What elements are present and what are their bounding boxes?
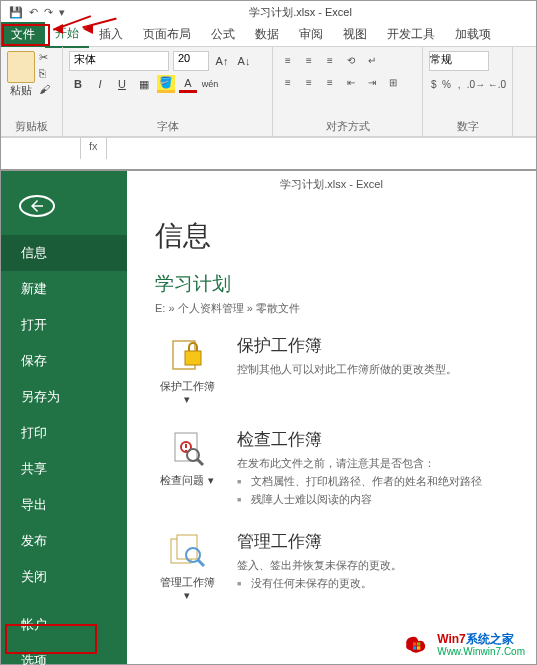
border-button[interactable]: ▦ — [135, 75, 153, 93]
watermark-title-2: 系统之家 — [466, 632, 514, 646]
manage-workbook-button[interactable]: 管理工作簿 ▾ — [155, 530, 219, 602]
group-label-font: 字体 — [69, 119, 266, 134]
name-box[interactable] — [1, 138, 81, 159]
tab-view[interactable]: 视图 — [333, 22, 377, 47]
wrap-text-icon[interactable]: ↵ — [363, 51, 381, 69]
sidebar-item-close[interactable]: 关闭 — [1, 559, 127, 595]
increase-decimal-icon[interactable]: .0→ — [467, 75, 485, 93]
align-top-icon[interactable]: ≡ — [279, 51, 297, 69]
paste-label: 粘贴 — [10, 83, 32, 98]
currency-icon[interactable]: $ — [429, 75, 439, 93]
back-button[interactable] — [19, 195, 55, 217]
ribbon: 粘贴 ✂ ⎘ 🖌 剪贴板 宋体 20 A↑ A↓ B — [1, 47, 536, 137]
section-protect: 保护工作簿 ▾ 保护工作簿 控制其他人可以对此工作簿所做的更改类型。 — [155, 334, 508, 406]
orientation-icon[interactable]: ⟲ — [342, 51, 360, 69]
tab-developer[interactable]: 开发工具 — [377, 22, 445, 47]
title-bar: 💾 ↶ ↷ ▾ 学习计划.xlsx - Excel — [1, 1, 536, 23]
page-title: 信息 — [155, 217, 508, 255]
sidebar-item-info[interactable]: 信息 — [1, 235, 127, 271]
manage-action-label: 管理工作簿 ▾ — [155, 576, 219, 602]
copy-icon[interactable]: ⎘ — [39, 67, 57, 81]
align-bottom-icon[interactable]: ≡ — [321, 51, 339, 69]
tab-page-layout[interactable]: 页面布局 — [133, 22, 201, 47]
sidebar-item-new[interactable]: 新建 — [1, 271, 127, 307]
sidebar-item-export[interactable]: 导出 — [1, 487, 127, 523]
italic-button[interactable]: I — [91, 75, 109, 93]
merge-cells-icon[interactable]: ⊞ — [384, 73, 402, 91]
phonetic-button[interactable]: wén — [201, 75, 219, 93]
inspect-item: 残障人士难以阅读的内容 — [237, 491, 508, 509]
indent-decrease-icon[interactable]: ⇤ — [342, 73, 360, 91]
tab-file[interactable]: 文件 — [1, 22, 45, 47]
align-center-icon[interactable]: ≡ — [300, 73, 318, 91]
align-middle-icon[interactable]: ≡ — [300, 51, 318, 69]
align-left-icon[interactable]: ≡ — [279, 73, 297, 91]
excel-main-window: 💾 ↶ ↷ ▾ 学习计划.xlsx - Excel 文件 开始 插入 页面布局 … — [0, 0, 537, 170]
document-name: 学习计划 — [155, 271, 508, 297]
quick-access-toolbar: 💾 ↶ ↷ ▾ — [1, 6, 65, 19]
redo-icon[interactable]: ↷ — [44, 6, 53, 19]
watermark-title-1: Win7 — [437, 632, 466, 646]
ribbon-tabs: 文件 开始 插入 页面布局 公式 数据 审阅 视图 开发工具 加载项 — [1, 23, 536, 47]
tab-home[interactable]: 开始 — [45, 21, 89, 48]
decrease-decimal-icon[interactable]: ←.0 — [488, 75, 506, 93]
document-path: E: » 个人资料管理 » 零散文件 — [155, 301, 508, 316]
comma-icon[interactable]: , — [454, 75, 464, 93]
svg-line-9 — [198, 560, 204, 566]
sidebar-item-publish[interactable]: 发布 — [1, 523, 127, 559]
percent-icon[interactable]: % — [442, 75, 452, 93]
fx-icon[interactable]: fx — [81, 138, 107, 159]
font-name-select[interactable]: 宋体 — [69, 51, 169, 71]
protect-title: 保护工作簿 — [237, 334, 508, 357]
group-alignment: ≡ ≡ ≡ ⟲ ↵ ≡ ≡ ≡ ⇤ ⇥ ⊞ 对齐方式 — [273, 47, 423, 136]
protect-desc: 控制其他人可以对此工作簿所做的更改类型。 — [237, 361, 508, 379]
increase-font-icon[interactable]: A↑ — [213, 52, 231, 70]
group-label-alignment: 对齐方式 — [279, 119, 416, 134]
bold-button[interactable]: B — [69, 75, 87, 93]
window-title: 学习计划.xlsx - Excel — [65, 5, 536, 20]
group-label-clipboard: 剪贴板 — [7, 119, 56, 134]
font-size-select[interactable]: 20 — [173, 51, 209, 71]
inspect-action-label: 检查问题 ▾ — [160, 474, 213, 487]
align-right-icon[interactable]: ≡ — [321, 73, 339, 91]
indent-increase-icon[interactable]: ⇥ — [363, 73, 381, 91]
sidebar-item-options[interactable]: 选项 — [1, 643, 127, 665]
sidebar-item-open[interactable]: 打开 — [1, 307, 127, 343]
backstage-main: 学习计划.xlsx - Excel 信息 学习计划 E: » 个人资料管理 » … — [127, 171, 536, 664]
manage-item: 没有任何未保存的更改。 — [237, 575, 508, 593]
inspect-title: 检查工作簿 — [237, 428, 508, 451]
tab-data[interactable]: 数据 — [245, 22, 289, 47]
sidebar-item-saveas[interactable]: 另存为 — [1, 379, 127, 415]
format-painter-icon[interactable]: 🖌 — [39, 83, 57, 97]
group-number: 常规 $ % , .0→ ←.0 数字 — [423, 47, 513, 136]
font-color-button[interactable]: A — [179, 75, 197, 93]
svg-line-5 — [197, 459, 203, 465]
paste-icon — [7, 51, 35, 83]
section-manage: 管理工作簿 ▾ 管理工作簿 签入、签出并恢复未保存的更改。 没有任何未保存的更改… — [155, 530, 508, 602]
underline-button[interactable]: U — [113, 75, 131, 93]
windows-logo-icon — [403, 633, 431, 657]
inspect-workbook-button[interactable]: 检查问题 ▾ — [155, 428, 219, 508]
formula-bar: fx — [1, 137, 536, 159]
protect-workbook-button[interactable]: 保护工作簿 ▾ — [155, 334, 219, 406]
sidebar-item-print[interactable]: 打印 — [1, 415, 127, 451]
inspect-icon — [166, 428, 208, 470]
tab-formulas[interactable]: 公式 — [201, 22, 245, 47]
group-clipboard: 粘贴 ✂ ⎘ 🖌 剪贴板 — [1, 47, 63, 136]
sidebar-item-share[interactable]: 共享 — [1, 451, 127, 487]
tab-insert[interactable]: 插入 — [89, 22, 133, 47]
sidebar-item-save[interactable]: 保存 — [1, 343, 127, 379]
backstage-titlebar: 学习计划.xlsx - Excel — [127, 177, 536, 192]
tab-addins[interactable]: 加载项 — [445, 22, 501, 47]
number-format-select[interactable]: 常规 — [429, 51, 489, 71]
save-icon[interactable]: 💾 — [9, 6, 23, 19]
undo-icon[interactable]: ↶ — [29, 6, 38, 19]
lock-icon — [166, 334, 208, 376]
tab-review[interactable]: 审阅 — [289, 22, 333, 47]
cut-icon[interactable]: ✂ — [39, 51, 57, 65]
decrease-font-icon[interactable]: A↓ — [235, 52, 253, 70]
paste-button[interactable]: 粘贴 — [7, 51, 35, 98]
fill-color-button[interactable]: 🪣 — [157, 75, 175, 93]
sidebar-item-account[interactable]: 帐户 — [1, 607, 127, 643]
group-font: 宋体 20 A↑ A↓ B I U ▦ 🪣 A wén 字体 — [63, 47, 273, 136]
